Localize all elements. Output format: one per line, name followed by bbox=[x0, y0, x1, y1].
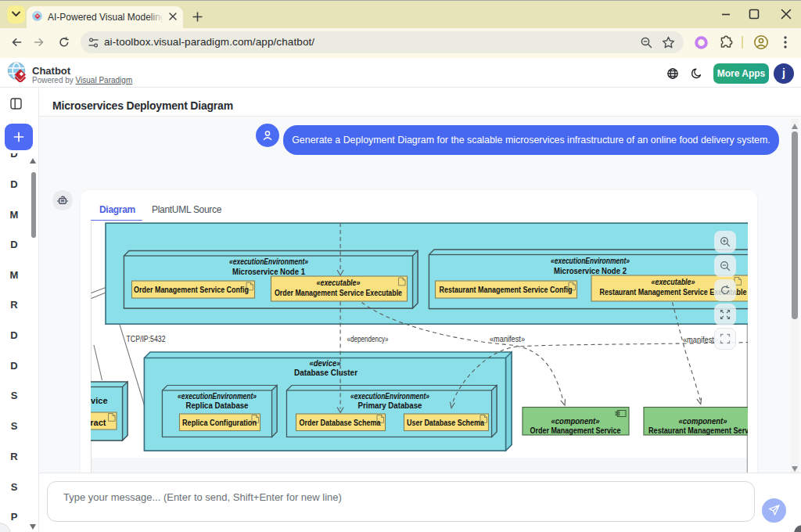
svg-text:Order Management Service Execu: Order Management Service Executable bbox=[275, 288, 402, 297]
svg-text:«executable»: «executable» bbox=[651, 277, 695, 286]
svg-text:«component»: «component» bbox=[551, 416, 599, 426]
svg-text:«manifest»: «manifest» bbox=[490, 334, 525, 343]
svg-text:User Database Schema: User Database Schema bbox=[407, 418, 485, 427]
svg-text:Order Management Service: Order Management Service bbox=[530, 426, 620, 435]
svg-text:TCP/IP:5432: TCP/IP:5432 bbox=[126, 334, 165, 343]
svg-text:Microservice Node 2: Microservice Node 2 bbox=[554, 266, 627, 275]
svg-text:«executionEnvironment»: «executionEnvironment» bbox=[350, 391, 429, 401]
svg-text:«manifest»: «manifest» bbox=[683, 335, 718, 344]
svg-text:«device»: «device» bbox=[309, 358, 340, 368]
svg-text:Primary Database: Primary Database bbox=[357, 401, 422, 410]
svg-text:«executable»: «executable» bbox=[316, 278, 360, 287]
svg-text:Contract: Contract bbox=[91, 418, 106, 427]
svg-text:Replica Database: Replica Database bbox=[185, 401, 248, 410]
svg-text:«executionEnvironment»: «executionEnvironment» bbox=[229, 257, 308, 266]
svg-text:«executionEnvironment»: «executionEnvironment» bbox=[178, 391, 257, 401]
svg-text:«dependency»: «dependency» bbox=[347, 334, 388, 343]
svg-text:Order Database Schema: Order Database Schema bbox=[299, 418, 381, 427]
svg-text:Restaurant Management Service: Restaurant Management Service Config bbox=[439, 285, 572, 294]
svg-text:Database Cluster: Database Cluster bbox=[294, 368, 358, 377]
svg-text:Order Management Service Confi: Order Management Service Config bbox=[134, 285, 249, 294]
svg-text:«executionEnvironment»: «executionEnvironment» bbox=[551, 256, 630, 265]
svg-text:Gateway Service: Gateway Service bbox=[91, 396, 108, 405]
svg-text:Replica Configuration: Replica Configuration bbox=[182, 418, 257, 427]
svg-text:«component»: «component» bbox=[678, 416, 727, 426]
svg-text:Restaurant Management Service: Restaurant Management Service bbox=[648, 426, 748, 435]
svg-text:Microservice Node 1: Microservice Node 1 bbox=[232, 267, 305, 276]
